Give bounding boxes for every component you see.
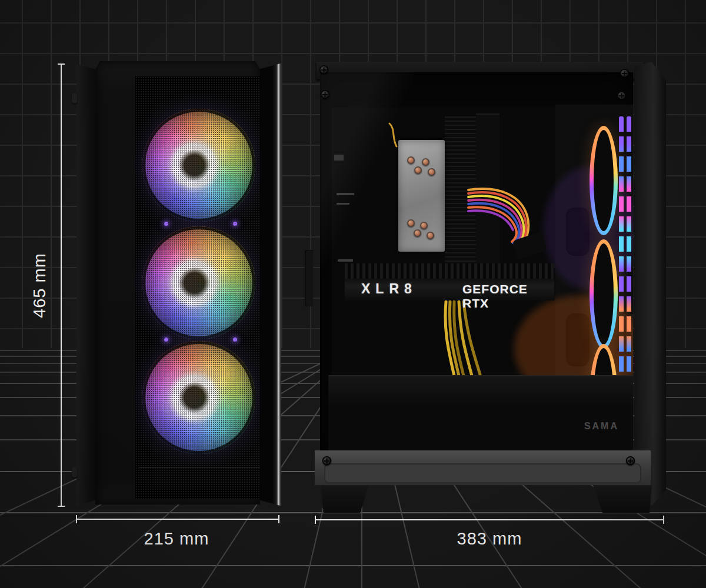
screw-icon: [321, 90, 329, 99]
heatpipe-end: [407, 219, 415, 227]
front-intake-fan-edge: [590, 126, 618, 235]
heatpipe-end: [427, 232, 434, 239]
led-dot: [233, 338, 237, 342]
mesh-divider: [139, 467, 273, 468]
front-view-case: [75, 59, 282, 509]
io-highlight: [334, 155, 344, 161]
panel-latch: [305, 250, 313, 306]
front-mesh-panel: [135, 76, 277, 499]
screw-icon: [626, 456, 635, 465]
height-dimension-line: [61, 64, 62, 507]
door-hinge-top: [72, 93, 77, 103]
width-dimension-label: 215 mm: [118, 529, 235, 549]
case-foot: [593, 485, 652, 513]
cpu-cooler: [398, 140, 445, 252]
brand-logo-text: SAMA: [584, 421, 619, 432]
screw-icon: [620, 69, 629, 78]
heatpipe-end: [407, 156, 415, 164]
screw-icon: [322, 456, 331, 465]
io-highlight: [337, 193, 354, 195]
rgb-fan-top: [142, 109, 255, 222]
io-highlight: [338, 259, 353, 262]
tempered-glass-panel: XLR8 GEFORCE RTX SAMA: [320, 72, 633, 450]
screw-icon: [319, 65, 328, 74]
ram-area: [476, 113, 499, 268]
depth-dimension-line: [315, 519, 664, 520]
heatpipe-end: [414, 229, 421, 237]
height-dimension-label: 465 mm: [30, 245, 49, 327]
psu-shroud: SAMA: [328, 375, 633, 450]
heatpipe-end: [428, 168, 435, 176]
gpu-series-text: GEFORCE RTX: [462, 282, 554, 310]
led-dot: [164, 338, 168, 342]
rgb-fan-middle: [142, 226, 255, 339]
gpu-brand-text: XLR8: [361, 281, 417, 297]
led-dot: [164, 222, 168, 226]
front-intake-fan-edge: [590, 239, 618, 349]
width-dimension-line: [76, 519, 279, 520]
io-highlight: [337, 203, 349, 205]
led-dot: [233, 222, 237, 226]
case-foot: [321, 485, 369, 513]
side-view-case: XLR8 GEFORCE RTX SAMA: [312, 61, 666, 513]
product-dimension-diagram: XLR8 GEFORCE RTX SAMA 465 mm: [0, 0, 706, 588]
case-front-edge: [634, 62, 666, 507]
front-case-body: [95, 61, 260, 505]
trim-slot: [324, 463, 641, 483]
rgb-fan-bottom: [142, 341, 255, 454]
depth-dimension-label: 383 mm: [431, 529, 548, 549]
heatpipe-end: [422, 158, 429, 166]
screw-icon: [617, 91, 626, 100]
heatpipe-end: [420, 222, 428, 229]
graphics-card: XLR8 GEFORCE RTX: [345, 263, 554, 300]
heatpipe-end: [414, 166, 422, 174]
heatsink-fin-tower: [445, 116, 476, 269]
door-hinge-bottom: [72, 467, 77, 477]
bottom-trim-bar: [315, 450, 651, 485]
